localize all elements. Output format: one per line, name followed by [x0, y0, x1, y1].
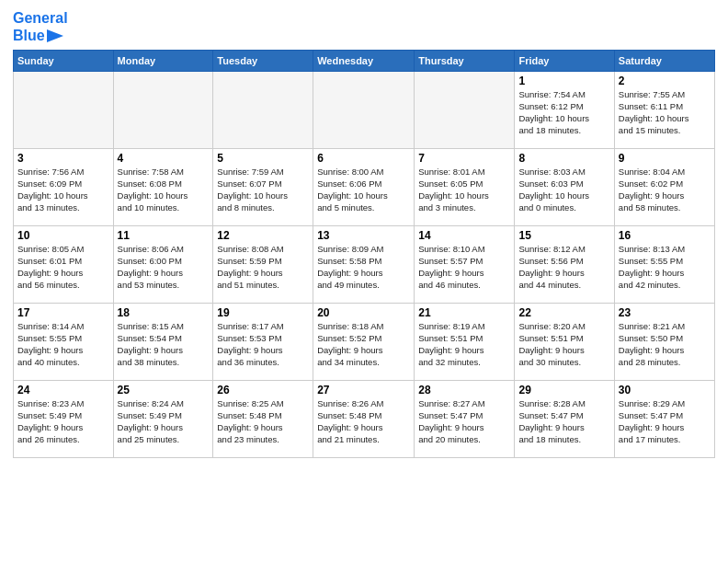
cell-text: Sunrise: 8:23 AM Sunset: 5:49 PM Dayligh… — [17, 398, 109, 445]
calendar-cell — [415, 72, 515, 149]
calendar-cell — [14, 72, 114, 149]
cell-text: Sunrise: 8:17 AM Sunset: 5:53 PM Dayligh… — [217, 321, 309, 368]
cell-text: Sunrise: 7:56 AM Sunset: 6:09 PM Dayligh… — [17, 167, 109, 213]
calendar-cell: 14Sunrise: 8:10 AM Sunset: 5:57 PM Dayli… — [415, 226, 515, 304]
calendar-cell: 5Sunrise: 7:59 AM Sunset: 6:07 PM Daylig… — [213, 149, 313, 226]
cell-text: Sunrise: 8:28 AM Sunset: 5:47 PM Dayligh… — [518, 398, 609, 445]
day-number: 23 — [619, 306, 711, 319]
day-number: 6 — [317, 152, 410, 165]
calendar-cell: 23Sunrise: 8:21 AM Sunset: 5:50 PM Dayli… — [614, 304, 714, 381]
calendar-cell: 7Sunrise: 8:01 AM Sunset: 6:05 PM Daylig… — [415, 149, 515, 226]
calendar-cell: 19Sunrise: 8:17 AM Sunset: 5:53 PM Dayli… — [213, 304, 313, 381]
day-number: 12 — [217, 229, 309, 242]
calendar-cell: 25Sunrise: 8:24 AM Sunset: 5:49 PM Dayli… — [113, 381, 213, 458]
cell-text: Sunrise: 8:08 AM Sunset: 5:59 PM Dayligh… — [217, 244, 309, 291]
weekday-header-saturday: Saturday — [614, 51, 714, 72]
day-number: 20 — [317, 306, 410, 319]
calendar-cell: 9Sunrise: 8:04 AM Sunset: 6:02 PM Daylig… — [614, 149, 714, 226]
calendar-cell — [213, 72, 313, 149]
day-number: 8 — [518, 152, 609, 165]
cell-text: Sunrise: 8:05 AM Sunset: 6:01 PM Dayligh… — [17, 244, 109, 291]
logo-text: GeneralBlue — [13, 9, 68, 44]
calendar-cell: 17Sunrise: 8:14 AM Sunset: 5:55 PM Dayli… — [14, 304, 114, 381]
day-number: 7 — [418, 152, 510, 165]
day-number: 14 — [418, 229, 510, 242]
day-number: 4 — [118, 152, 210, 165]
day-number: 21 — [418, 306, 510, 319]
calendar-week-row: 17Sunrise: 8:14 AM Sunset: 5:55 PM Dayli… — [14, 304, 715, 381]
weekday-header-row: SundayMondayTuesdayWednesdayThursdayFrid… — [14, 51, 715, 72]
calendar-cell — [113, 72, 213, 149]
cell-text: Sunrise: 8:12 AM Sunset: 5:56 PM Dayligh… — [518, 244, 609, 291]
day-number: 13 — [317, 229, 410, 242]
cell-text: Sunrise: 8:04 AM Sunset: 6:02 PM Dayligh… — [619, 167, 711, 213]
calendar-cell: 15Sunrise: 8:12 AM Sunset: 5:56 PM Dayli… — [515, 226, 614, 304]
calendar-cell: 4Sunrise: 7:58 AM Sunset: 6:08 PM Daylig… — [113, 149, 213, 226]
calendar-cell: 30Sunrise: 8:29 AM Sunset: 5:47 PM Dayli… — [614, 381, 714, 458]
day-number: 15 — [518, 229, 609, 242]
calendar-week-row: 24Sunrise: 8:23 AM Sunset: 5:49 PM Dayli… — [14, 381, 715, 458]
cell-text: Sunrise: 7:55 AM Sunset: 6:11 PM Dayligh… — [619, 89, 711, 136]
cell-text: Sunrise: 7:58 AM Sunset: 6:08 PM Dayligh… — [118, 167, 210, 213]
day-number: 22 — [518, 306, 609, 319]
cell-text: Sunrise: 8:20 AM Sunset: 5:51 PM Dayligh… — [518, 321, 609, 368]
calendar-week-row: 10Sunrise: 8:05 AM Sunset: 6:01 PM Dayli… — [14, 226, 715, 304]
calendar-cell: 21Sunrise: 8:19 AM Sunset: 5:51 PM Dayli… — [415, 304, 515, 381]
calendar-cell — [313, 72, 415, 149]
svg-marker-0 — [47, 29, 63, 42]
day-number: 24 — [17, 384, 109, 396]
day-number: 9 — [619, 152, 711, 165]
day-number: 10 — [17, 229, 109, 242]
cell-text: Sunrise: 8:09 AM Sunset: 5:58 PM Dayligh… — [317, 244, 410, 291]
calendar-cell: 16Sunrise: 8:13 AM Sunset: 5:55 PM Dayli… — [614, 226, 714, 304]
logo: GeneralBlue — [13, 9, 68, 44]
calendar-cell: 26Sunrise: 8:25 AM Sunset: 5:48 PM Dayli… — [213, 381, 313, 458]
calendar-cell: 12Sunrise: 8:08 AM Sunset: 5:59 PM Dayli… — [213, 226, 313, 304]
day-number: 28 — [418, 384, 510, 396]
calendar-cell: 3Sunrise: 7:56 AM Sunset: 6:09 PM Daylig… — [14, 149, 114, 226]
calendar-cell: 13Sunrise: 8:09 AM Sunset: 5:58 PM Dayli… — [313, 226, 415, 304]
cell-text: Sunrise: 8:06 AM Sunset: 6:00 PM Dayligh… — [118, 244, 210, 291]
day-number: 5 — [217, 152, 309, 165]
cell-text: Sunrise: 8:15 AM Sunset: 5:54 PM Dayligh… — [118, 321, 210, 368]
calendar-cell: 2Sunrise: 7:55 AM Sunset: 6:11 PM Daylig… — [614, 72, 714, 149]
day-number: 26 — [217, 384, 309, 396]
calendar-cell: 11Sunrise: 8:06 AM Sunset: 6:00 PM Dayli… — [113, 226, 213, 304]
weekday-header-tuesday: Tuesday — [213, 51, 313, 72]
calendar-cell: 20Sunrise: 8:18 AM Sunset: 5:52 PM Dayli… — [313, 304, 415, 381]
day-number: 19 — [217, 306, 309, 319]
calendar-cell: 8Sunrise: 8:03 AM Sunset: 6:03 PM Daylig… — [515, 149, 614, 226]
cell-text: Sunrise: 8:29 AM Sunset: 5:47 PM Dayligh… — [619, 398, 711, 445]
day-number: 25 — [118, 384, 210, 396]
weekday-header-wednesday: Wednesday — [313, 51, 415, 72]
calendar-cell: 22Sunrise: 8:20 AM Sunset: 5:51 PM Dayli… — [515, 304, 614, 381]
cell-text: Sunrise: 8:14 AM Sunset: 5:55 PM Dayligh… — [17, 321, 109, 368]
cell-text: Sunrise: 8:26 AM Sunset: 5:48 PM Dayligh… — [317, 398, 410, 445]
day-number: 1 — [518, 75, 609, 87]
cell-text: Sunrise: 8:27 AM Sunset: 5:47 PM Dayligh… — [418, 398, 510, 445]
calendar-cell: 28Sunrise: 8:27 AM Sunset: 5:47 PM Dayli… — [415, 381, 515, 458]
calendar-cell: 6Sunrise: 8:00 AM Sunset: 6:06 PM Daylig… — [313, 149, 415, 226]
cell-text: Sunrise: 8:10 AM Sunset: 5:57 PM Dayligh… — [418, 244, 510, 291]
calendar-table: SundayMondayTuesdayWednesdayThursdayFrid… — [13, 50, 715, 458]
cell-text: Sunrise: 7:59 AM Sunset: 6:07 PM Dayligh… — [217, 167, 309, 213]
day-number: 2 — [619, 75, 711, 87]
calendar-week-row: 3Sunrise: 7:56 AM Sunset: 6:09 PM Daylig… — [14, 149, 715, 226]
day-number: 18 — [118, 306, 210, 319]
cell-text: Sunrise: 7:54 AM Sunset: 6:12 PM Dayligh… — [518, 89, 609, 136]
cell-text: Sunrise: 8:01 AM Sunset: 6:05 PM Dayligh… — [418, 167, 510, 213]
cell-text: Sunrise: 8:03 AM Sunset: 6:03 PM Dayligh… — [518, 167, 609, 213]
cell-text: Sunrise: 8:24 AM Sunset: 5:49 PM Dayligh… — [118, 398, 210, 445]
weekday-header-friday: Friday — [515, 51, 614, 72]
calendar-week-row: 1Sunrise: 7:54 AM Sunset: 6:12 PM Daylig… — [14, 72, 715, 149]
cell-text: Sunrise: 8:19 AM Sunset: 5:51 PM Dayligh… — [418, 321, 510, 368]
weekday-header-monday: Monday — [113, 51, 213, 72]
weekday-header-sunday: Sunday — [14, 51, 114, 72]
cell-text: Sunrise: 8:00 AM Sunset: 6:06 PM Dayligh… — [317, 167, 410, 213]
day-number: 17 — [17, 306, 109, 319]
cell-text: Sunrise: 8:13 AM Sunset: 5:55 PM Dayligh… — [619, 244, 711, 291]
calendar-cell: 10Sunrise: 8:05 AM Sunset: 6:01 PM Dayli… — [14, 226, 114, 304]
day-number: 3 — [17, 152, 109, 165]
calendar-cell: 27Sunrise: 8:26 AM Sunset: 5:48 PM Dayli… — [313, 381, 415, 458]
calendar-container: GeneralBlue SundayMondayTuesdayWednesday… — [0, 0, 728, 464]
